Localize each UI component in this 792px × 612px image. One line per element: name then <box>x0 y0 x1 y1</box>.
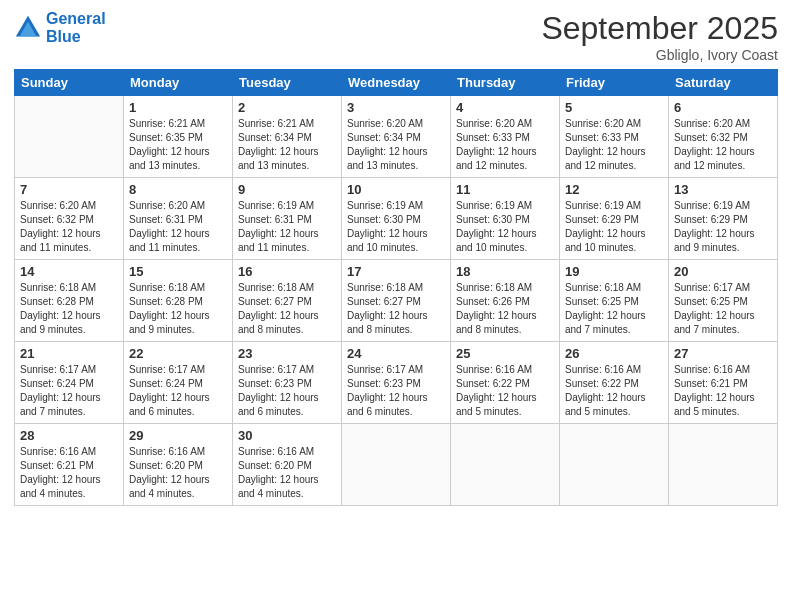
day-info: Sunrise: 6:19 AM Sunset: 6:31 PM Dayligh… <box>238 199 336 255</box>
day-number: 29 <box>129 428 227 443</box>
day-info: Sunrise: 6:19 AM Sunset: 6:30 PM Dayligh… <box>456 199 554 255</box>
day-number: 17 <box>347 264 445 279</box>
day-info: Sunrise: 6:19 AM Sunset: 6:29 PM Dayligh… <box>674 199 772 255</box>
day-number: 25 <box>456 346 554 361</box>
calendar-cell: 8Sunrise: 6:20 AM Sunset: 6:31 PM Daylig… <box>124 178 233 260</box>
calendar-cell <box>669 424 778 506</box>
calendar-cell: 29Sunrise: 6:16 AM Sunset: 6:20 PM Dayli… <box>124 424 233 506</box>
calendar-cell: 23Sunrise: 6:17 AM Sunset: 6:23 PM Dayli… <box>233 342 342 424</box>
day-info: Sunrise: 6:16 AM Sunset: 6:22 PM Dayligh… <box>456 363 554 419</box>
day-number: 19 <box>565 264 663 279</box>
calendar-cell: 20Sunrise: 6:17 AM Sunset: 6:25 PM Dayli… <box>669 260 778 342</box>
logo-icon <box>14 14 42 42</box>
day-number: 9 <box>238 182 336 197</box>
day-info: Sunrise: 6:21 AM Sunset: 6:34 PM Dayligh… <box>238 117 336 173</box>
day-info: Sunrise: 6:16 AM Sunset: 6:22 PM Dayligh… <box>565 363 663 419</box>
day-info: Sunrise: 6:19 AM Sunset: 6:30 PM Dayligh… <box>347 199 445 255</box>
header-friday: Friday <box>560 70 669 96</box>
day-info: Sunrise: 6:17 AM Sunset: 6:24 PM Dayligh… <box>129 363 227 419</box>
calendar-table: Sunday Monday Tuesday Wednesday Thursday… <box>14 69 778 506</box>
day-info: Sunrise: 6:17 AM Sunset: 6:24 PM Dayligh… <box>20 363 118 419</box>
day-number: 26 <box>565 346 663 361</box>
calendar-cell: 27Sunrise: 6:16 AM Sunset: 6:21 PM Dayli… <box>669 342 778 424</box>
day-info: Sunrise: 6:16 AM Sunset: 6:20 PM Dayligh… <box>238 445 336 501</box>
calendar-cell: 26Sunrise: 6:16 AM Sunset: 6:22 PM Dayli… <box>560 342 669 424</box>
day-number: 6 <box>674 100 772 115</box>
title-block: September 2025 Gbliglo, Ivory Coast <box>541 10 778 63</box>
header-saturday: Saturday <box>669 70 778 96</box>
calendar-cell: 3Sunrise: 6:20 AM Sunset: 6:34 PM Daylig… <box>342 96 451 178</box>
day-info: Sunrise: 6:18 AM Sunset: 6:28 PM Dayligh… <box>20 281 118 337</box>
day-info: Sunrise: 6:18 AM Sunset: 6:27 PM Dayligh… <box>238 281 336 337</box>
day-info: Sunrise: 6:16 AM Sunset: 6:21 PM Dayligh… <box>674 363 772 419</box>
day-info: Sunrise: 6:16 AM Sunset: 6:20 PM Dayligh… <box>129 445 227 501</box>
calendar-cell: 22Sunrise: 6:17 AM Sunset: 6:24 PM Dayli… <box>124 342 233 424</box>
header-thursday: Thursday <box>451 70 560 96</box>
day-info: Sunrise: 6:20 AM Sunset: 6:33 PM Dayligh… <box>565 117 663 173</box>
day-info: Sunrise: 6:20 AM Sunset: 6:32 PM Dayligh… <box>674 117 772 173</box>
calendar-cell: 2Sunrise: 6:21 AM Sunset: 6:34 PM Daylig… <box>233 96 342 178</box>
calendar-cell: 11Sunrise: 6:19 AM Sunset: 6:30 PM Dayli… <box>451 178 560 260</box>
day-number: 4 <box>456 100 554 115</box>
day-number: 28 <box>20 428 118 443</box>
day-number: 14 <box>20 264 118 279</box>
day-number: 22 <box>129 346 227 361</box>
calendar-cell: 7Sunrise: 6:20 AM Sunset: 6:32 PM Daylig… <box>15 178 124 260</box>
calendar-cell <box>451 424 560 506</box>
day-number: 24 <box>347 346 445 361</box>
day-info: Sunrise: 6:16 AM Sunset: 6:21 PM Dayligh… <box>20 445 118 501</box>
logo-text: General Blue <box>46 10 106 45</box>
header-wednesday: Wednesday <box>342 70 451 96</box>
day-number: 18 <box>456 264 554 279</box>
calendar-cell: 30Sunrise: 6:16 AM Sunset: 6:20 PM Dayli… <box>233 424 342 506</box>
calendar-cell <box>342 424 451 506</box>
day-info: Sunrise: 6:17 AM Sunset: 6:23 PM Dayligh… <box>238 363 336 419</box>
day-number: 7 <box>20 182 118 197</box>
day-info: Sunrise: 6:17 AM Sunset: 6:25 PM Dayligh… <box>674 281 772 337</box>
calendar-cell: 19Sunrise: 6:18 AM Sunset: 6:25 PM Dayli… <box>560 260 669 342</box>
header-monday: Monday <box>124 70 233 96</box>
day-number: 1 <box>129 100 227 115</box>
day-info: Sunrise: 6:20 AM Sunset: 6:32 PM Dayligh… <box>20 199 118 255</box>
calendar-cell: 1Sunrise: 6:21 AM Sunset: 6:35 PM Daylig… <box>124 96 233 178</box>
calendar-cell <box>15 96 124 178</box>
calendar-cell: 28Sunrise: 6:16 AM Sunset: 6:21 PM Dayli… <box>15 424 124 506</box>
calendar-cell: 13Sunrise: 6:19 AM Sunset: 6:29 PM Dayli… <box>669 178 778 260</box>
day-number: 5 <box>565 100 663 115</box>
day-number: 27 <box>674 346 772 361</box>
calendar-cell: 17Sunrise: 6:18 AM Sunset: 6:27 PM Dayli… <box>342 260 451 342</box>
calendar-cell: 12Sunrise: 6:19 AM Sunset: 6:29 PM Dayli… <box>560 178 669 260</box>
header-sunday: Sunday <box>15 70 124 96</box>
day-number: 8 <box>129 182 227 197</box>
calendar-cell: 24Sunrise: 6:17 AM Sunset: 6:23 PM Dayli… <box>342 342 451 424</box>
logo: General Blue <box>14 10 106 45</box>
calendar-cell: 18Sunrise: 6:18 AM Sunset: 6:26 PM Dayli… <box>451 260 560 342</box>
day-info: Sunrise: 6:17 AM Sunset: 6:23 PM Dayligh… <box>347 363 445 419</box>
day-number: 20 <box>674 264 772 279</box>
day-number: 10 <box>347 182 445 197</box>
day-info: Sunrise: 6:18 AM Sunset: 6:27 PM Dayligh… <box>347 281 445 337</box>
calendar-cell: 25Sunrise: 6:16 AM Sunset: 6:22 PM Dayli… <box>451 342 560 424</box>
day-info: Sunrise: 6:21 AM Sunset: 6:35 PM Dayligh… <box>129 117 227 173</box>
page: General Blue September 2025 Gbliglo, Ivo… <box>0 0 792 612</box>
calendar-cell: 4Sunrise: 6:20 AM Sunset: 6:33 PM Daylig… <box>451 96 560 178</box>
day-number: 30 <box>238 428 336 443</box>
day-number: 13 <box>674 182 772 197</box>
calendar-cell: 10Sunrise: 6:19 AM Sunset: 6:30 PM Dayli… <box>342 178 451 260</box>
calendar-cell: 9Sunrise: 6:19 AM Sunset: 6:31 PM Daylig… <box>233 178 342 260</box>
day-number: 12 <box>565 182 663 197</box>
calendar-cell: 16Sunrise: 6:18 AM Sunset: 6:27 PM Dayli… <box>233 260 342 342</box>
day-info: Sunrise: 6:18 AM Sunset: 6:28 PM Dayligh… <box>129 281 227 337</box>
day-info: Sunrise: 6:20 AM Sunset: 6:34 PM Dayligh… <box>347 117 445 173</box>
header: General Blue September 2025 Gbliglo, Ivo… <box>14 10 778 63</box>
day-number: 23 <box>238 346 336 361</box>
day-info: Sunrise: 6:20 AM Sunset: 6:33 PM Dayligh… <box>456 117 554 173</box>
day-number: 15 <box>129 264 227 279</box>
calendar-cell: 14Sunrise: 6:18 AM Sunset: 6:28 PM Dayli… <box>15 260 124 342</box>
day-info: Sunrise: 6:18 AM Sunset: 6:25 PM Dayligh… <box>565 281 663 337</box>
day-number: 21 <box>20 346 118 361</box>
day-info: Sunrise: 6:18 AM Sunset: 6:26 PM Dayligh… <box>456 281 554 337</box>
month-title: September 2025 <box>541 10 778 47</box>
day-info: Sunrise: 6:19 AM Sunset: 6:29 PM Dayligh… <box>565 199 663 255</box>
weekday-header-row: Sunday Monday Tuesday Wednesday Thursday… <box>15 70 778 96</box>
